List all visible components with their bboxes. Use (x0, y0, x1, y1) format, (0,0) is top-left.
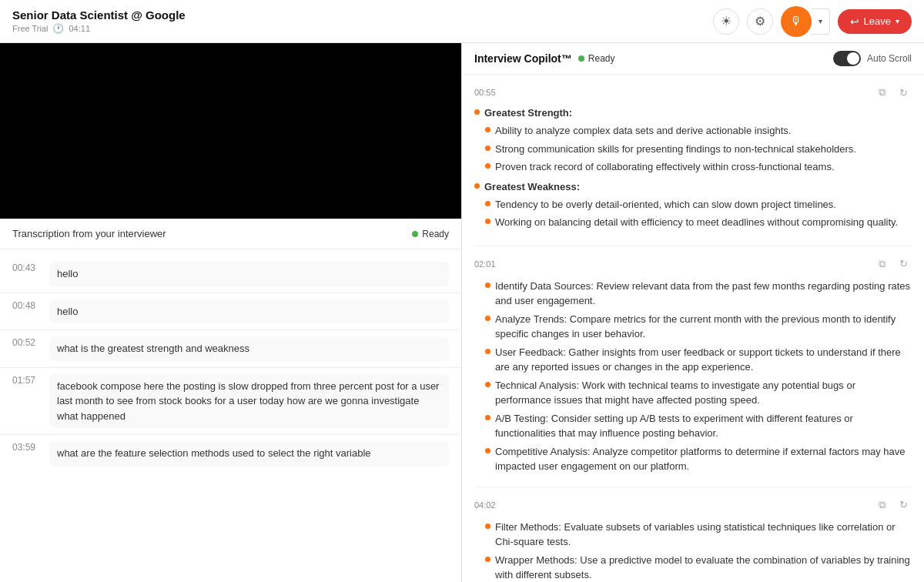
auto-scroll-label: Auto Scroll (867, 53, 912, 64)
transcript-time: 01:57 (12, 375, 40, 386)
section-title-text: Greatest Strength: (484, 107, 572, 119)
orange-dot (474, 183, 480, 189)
list-item-text: Strong communication skills for presenti… (495, 142, 856, 157)
list-item-text: Tendency to be overly detail-oriented, w… (495, 197, 836, 212)
copy-icon[interactable]: ⧉ (873, 497, 890, 513)
list-item-text: Wrapper Methods: Use a predictive model … (495, 553, 912, 583)
mic-group: 🎙 ▾ (781, 6, 830, 37)
copilot-content: 00:55 ⧉ ↻ Greatest Strength: Ability to … (462, 75, 924, 582)
response-block: 04:02 ⧉ ↻ Filter Methods: Evaluate subse… (474, 497, 912, 583)
list-item: Tendency to be overly detail-oriented, w… (485, 197, 912, 212)
toggle-knob (847, 52, 859, 65)
header-controls: ☀ ⚙ 🎙 ▾ ↩ Leave ▾ (713, 6, 912, 37)
list-item: Technical Analysis: Work with technical … (485, 378, 912, 408)
orange-dot (485, 382, 490, 387)
transcript-row: 00:52 what is the greatest strength and … (0, 330, 461, 368)
leave-icon: ↩ (850, 15, 859, 28)
list-item: Ability to analyze complex data sets and… (485, 123, 912, 139)
transcription-header: Transcription from your interviewer Read… (0, 219, 461, 249)
orange-dot (485, 283, 490, 288)
clock-icon: 🕐 (52, 23, 64, 34)
transcript-list: 00:43 hello 00:48 hello 00:52 what is th… (0, 249, 461, 478)
transcript-time: 00:52 (12, 337, 40, 348)
list-item: Identify Data Sources: Review relevant d… (485, 279, 912, 309)
transcript-text: what is the greatest strength and weakne… (49, 336, 449, 361)
section-title: Greatest Strength: (474, 107, 912, 119)
left-panel: Transcription from your interviewer Read… (0, 43, 462, 582)
copilot-title: Interview Copilot™ (474, 52, 572, 65)
transcript-text: what are the feature selection methods u… (49, 441, 449, 466)
copilot-ready-label: Ready (588, 53, 615, 64)
auto-scroll-toggle[interactable] (833, 51, 861, 66)
orange-dot (485, 523, 490, 529)
bullet-list: Tendency to be overly detail-oriented, w… (474, 197, 912, 230)
response-actions: ⧉ ↻ (873, 256, 912, 273)
list-item: Wrapper Methods: Use a predictive model … (485, 553, 912, 583)
transcript-text: hello (49, 262, 449, 286)
list-item-text: Identify Data Sources: Review relevant d… (495, 279, 912, 309)
list-item: Competitive Analysis: Analyze competitor… (485, 444, 912, 474)
leave-chevron-icon: ▾ (896, 17, 899, 25)
response-block: 02:01 ⧉ ↻ Identify Data Sources: Review … (474, 256, 912, 487)
leave-button[interactable]: ↩ Leave ▾ (838, 9, 912, 34)
transcription-ready-badge: Ready (412, 229, 449, 239)
list-item-text: Ability to analyze complex data sets and… (495, 123, 791, 139)
plan-label: Free Trial (12, 24, 48, 33)
video-area (0, 43, 461, 219)
settings-button[interactable]: ⚙ (747, 8, 773, 35)
list-item-text: User Feedback: Gather insights from user… (495, 345, 912, 375)
transcript-time: 03:59 (12, 442, 40, 453)
mic-button[interactable]: 🎙 (781, 6, 812, 37)
orange-dot (485, 316, 490, 321)
timer-display: 04:11 (69, 24, 90, 33)
transcript-row: 03:59 what are the feature selection met… (0, 435, 461, 472)
refresh-icon[interactable]: ↻ (895, 84, 912, 101)
transcript-row: 00:48 hello (0, 293, 461, 331)
response-time: 00:55 (474, 88, 496, 97)
list-item: Proven track record of collaborating eff… (485, 159, 912, 175)
page-title: Senior Data Scientist @ Google (12, 8, 186, 22)
list-item-text: Technical Analysis: Work with technical … (495, 378, 912, 408)
transcript-text: hello (49, 299, 449, 324)
orange-dot (485, 201, 490, 206)
transcript-time: 00:48 (12, 300, 40, 311)
orange-dot (485, 448, 490, 453)
list-item-text: Filter Methods: Evaluate subsets of vari… (495, 520, 912, 550)
section-title-text: Greatest Weakness: (484, 181, 580, 192)
list-item-text: Proven track record of collaborating eff… (495, 159, 835, 175)
response-actions: ⧉ ↻ (873, 497, 912, 513)
response-meta: 00:55 ⧉ ↻ (474, 84, 912, 101)
response-block: 00:55 ⧉ ↻ Greatest Strength: Ability to … (474, 84, 912, 246)
orange-dot (485, 146, 490, 151)
transcription-section: Transcription from your interviewer Read… (0, 219, 461, 582)
main-layout: Transcription from your interviewer Read… (0, 43, 924, 582)
top-header: Senior Data Scientist @ Google Free Tria… (0, 0, 924, 43)
right-panel: Interview Copilot™ Ready Auto Scroll 00:… (462, 43, 924, 582)
orange-dot (474, 109, 480, 115)
list-item: User Feedback: Gather insights from user… (485, 345, 912, 375)
refresh-icon[interactable]: ↻ (895, 497, 912, 513)
orange-dot (485, 557, 490, 562)
transcript-row: 01:57 facebook compose here the posting … (0, 368, 461, 436)
transcription-title: Transcription from your interviewer (12, 228, 166, 239)
copilot-header: Interview Copilot™ Ready Auto Scroll (462, 43, 924, 75)
list-item: Filter Methods: Evaluate subsets of vari… (485, 520, 912, 550)
bullet-list: Ability to analyze complex data sets and… (474, 123, 912, 175)
response-meta: 04:02 ⧉ ↻ (474, 497, 912, 513)
copy-icon[interactable]: ⧉ (873, 256, 890, 273)
refresh-icon[interactable]: ↻ (895, 256, 912, 273)
list-item-text: A/B Testing: Consider setting up A/B tes… (495, 411, 912, 441)
ready-label: Ready (422, 229, 449, 239)
orange-dot (485, 127, 490, 132)
mic-chevron-button[interactable]: ▾ (812, 8, 830, 35)
copilot-title-group: Interview Copilot™ Ready (474, 52, 614, 65)
section-title: Greatest Weakness: (474, 181, 912, 192)
orange-dot (485, 415, 490, 420)
list-item: A/B Testing: Consider setting up A/B tes… (485, 411, 912, 441)
response-time: 02:01 (474, 259, 496, 269)
auto-scroll-group: Auto Scroll (833, 51, 912, 66)
transcript-row: 00:43 hello (0, 256, 461, 293)
copy-icon[interactable]: ⧉ (873, 84, 890, 101)
brightness-button[interactable]: ☀ (713, 8, 739, 35)
ready-dot (412, 231, 418, 237)
